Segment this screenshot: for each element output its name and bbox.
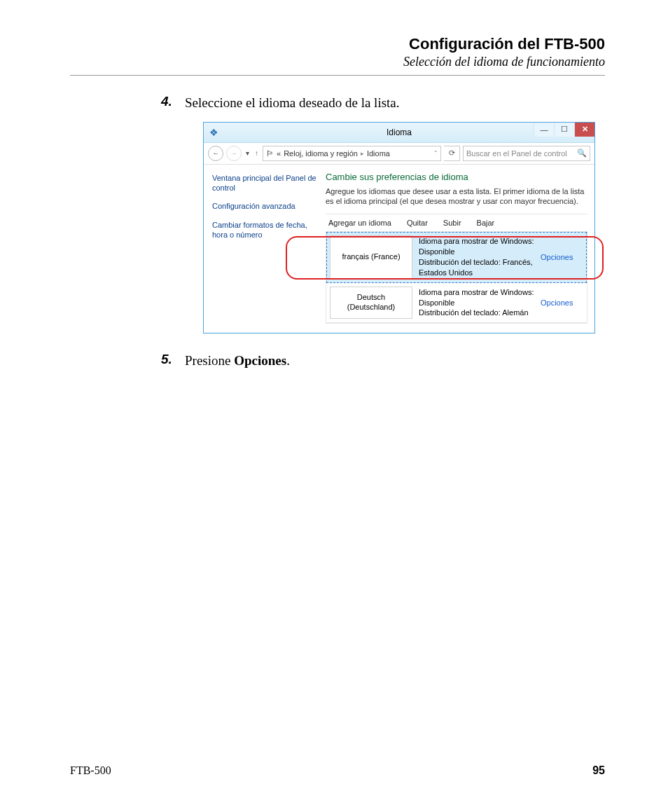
refresh-button[interactable]: ⟳ [444,146,460,161]
address-bar: ← → ▾ ↑ 🏳 « Reloj, idioma y región ▸ Idi… [204,143,594,165]
add-language-link[interactable]: Agregar un idioma [328,219,391,227]
main-description: Agregue los idiomas que desee usar a est… [326,186,587,207]
language-name: français (France) [330,235,412,278]
page-footer: FTB-500 95 [70,764,605,777]
toolbar: Agregar un idioma Quitar Subir Bajar [326,214,587,232]
page-header-title: Configuración del FTB-500 [70,35,605,53]
step-5-number: 5. [161,352,185,370]
step-5-text: Presione Opciones. [185,352,290,370]
breadcrumb[interactable]: 🏳 « Reloj, idioma y región ▸ Idioma ˅ [263,146,441,161]
search-input[interactable]: Buscar en el Panel de control 🔍 [463,146,590,161]
maximize-button[interactable]: ☐ [554,123,574,137]
chevron-right-icon: ▸ [361,150,364,157]
footer-page-number: 95 [592,764,605,777]
main-title: Cambie sus preferencias de idioma [326,172,587,182]
sidebar-link-formats[interactable]: Cambiar formatos de fecha, hora o número [212,220,317,240]
close-button[interactable]: ✕ [574,123,594,137]
main-panel: Cambie sus preferencias de idioma Agregu… [324,165,594,333]
language-info: Idioma para mostrar de Windows: Disponib… [416,283,541,323]
recent-dropdown-icon[interactable]: ▾ [244,149,251,157]
language-list: ˄ français (France) Idioma para mostrar … [326,232,587,324]
language-row-francais[interactable]: français (France) Idioma para mostrar de… [326,232,587,282]
step-4-number: 4. [161,94,185,112]
sidebar-link-home[interactable]: Ventana principal del Panel de control [212,173,317,193]
step-4: 4. Seleccione el idioma deseado de la li… [161,94,605,112]
footer-model: FTB-500 [70,764,111,777]
window-controls: — ☐ ✕ [534,123,594,137]
header-divider [70,75,605,76]
breadcrumb-item-1[interactable]: Reloj, idioma y región [284,149,358,158]
remove-link[interactable]: Quitar [407,219,428,227]
page-header-subtitle: Selección del idioma de funcionamiento [70,55,605,69]
move-down-link[interactable]: Bajar [477,219,495,227]
up-button[interactable]: ↑ [253,149,260,157]
window: ❖ Idioma — ☐ ✕ ← → ▾ ↑ 🏳 « Reloj, idioma… [203,122,595,333]
breadcrumb-prefix: « [277,149,281,158]
flag-icon: 🏳 [266,149,274,158]
language-row-deutsch[interactable]: Deutsch (Deutschland) Idioma para mostra… [326,283,587,324]
minimize-button[interactable]: — [534,123,554,137]
chevron-down-icon[interactable]: ˅ [434,150,438,157]
language-name: Deutsch (Deutschland) [330,287,412,319]
options-link[interactable]: Opciones [541,298,573,307]
breadcrumb-item-2[interactable]: Idioma [367,149,390,158]
back-button[interactable]: ← [208,146,223,161]
search-placeholder: Buscar en el Panel de control [466,149,567,158]
sidebar: Ventana principal del Panel de control C… [204,165,324,333]
titlebar: ❖ Idioma — ☐ ✕ [204,123,594,143]
options-link[interactable]: Opciones [541,253,573,261]
language-info: Idioma para mostrar de Windows: Disponib… [416,232,541,282]
screenshot-container: ❖ Idioma — ☐ ✕ ← → ▾ ↑ 🏳 « Reloj, idioma… [203,122,594,333]
step-4-text: Seleccione el idioma deseado de la lista… [185,94,400,112]
sidebar-link-advanced[interactable]: Configuración avanzada [212,201,317,211]
forward-button[interactable]: → [226,146,242,161]
step-5: 5. Presione Opciones. [161,352,605,370]
search-icon: 🔍 [577,149,587,158]
move-up-link[interactable]: Subir [443,219,461,227]
